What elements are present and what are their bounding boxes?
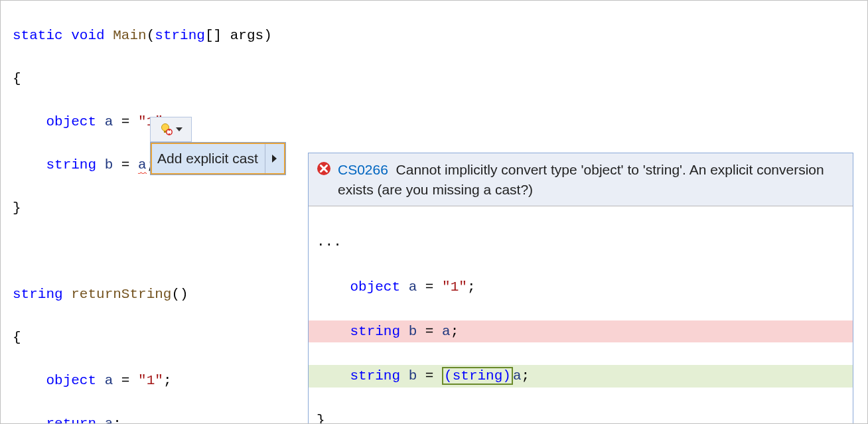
diff-removed-line: string b = a;: [309, 320, 853, 343]
chevron-down-icon: [176, 127, 182, 131]
error-code: CS0266: [338, 162, 388, 177]
quick-actions-menu: Add explicit cast: [150, 142, 286, 175]
inserted-cast: (string): [442, 367, 513, 385]
error-message: Cannot implicitly convert type 'object' …: [338, 162, 824, 197]
submenu-arrow[interactable]: [265, 144, 284, 173]
lightbulb-error-icon: [160, 123, 173, 135]
code-line: static void Main(string[] args): [13, 25, 867, 47]
quick-actions-button[interactable]: [150, 117, 192, 142]
chevron-right-icon: [272, 155, 277, 163]
diff-preview: ... object a = "1"; string b = a; string…: [309, 206, 853, 424]
error-header: CS0266 Cannot implicitly convert type 'o…: [309, 153, 853, 206]
diff-added-line: string b = (string)a;: [309, 365, 853, 388]
code-line: {: [13, 68, 867, 90]
diff-context: object a = "1";: [309, 276, 853, 299]
add-explicit-cast-action[interactable]: Add explicit cast: [151, 143, 285, 175]
error-squiggle: a: [138, 157, 147, 174]
quick-action-preview-panel: CS0266 Cannot implicitly convert type 'o…: [308, 153, 853, 424]
code-line: object a = "1";: [13, 111, 867, 133]
error-icon: [317, 161, 331, 181]
diff-context: ...: [309, 231, 853, 253]
diff-context: }: [309, 409, 853, 424]
error-squiggle: a: [105, 416, 113, 424]
error-text: CS0266 Cannot implicitly convert type 'o…: [338, 160, 845, 200]
action-item-label: Add explicit cast: [152, 151, 265, 167]
